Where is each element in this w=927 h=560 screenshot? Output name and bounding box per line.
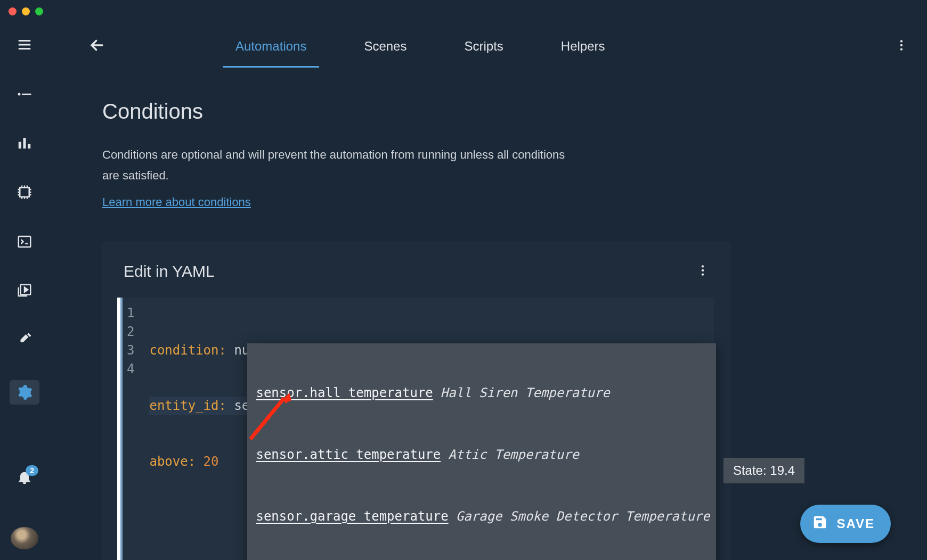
svg-point-13 [702,273,704,275]
sidebar-item-media[interactable] [14,282,35,299]
sidebar: 2 [0,23,49,560]
window-close-button[interactable] [9,7,17,15]
autocomplete-option[interactable]: sensor.attic_temperatureAttic Temperatur… [247,442,716,467]
line-number: 4 [127,360,134,378]
window-titlebar [0,0,927,23]
svg-rect-3 [23,138,26,149]
card-title: Edit in YAML [124,262,215,281]
sidebar-item-overview[interactable] [14,85,35,102]
svg-rect-1 [22,93,31,95]
card-overflow-menu[interactable] [696,263,710,279]
learn-more-link[interactable]: Learn more about conditions [102,195,251,209]
svg-rect-6 [19,236,31,247]
state-tooltip: State: 19.4 [723,458,804,483]
page-title: Conditions [102,100,863,123]
svg-rect-4 [28,144,30,149]
line-number: 1 [127,304,134,323]
notifications-badge: 2 [26,465,38,476]
notifications-button[interactable]: 2 [14,468,35,485]
editor-content[interactable]: condition: numeric_state entity_id: sens… [141,298,714,560]
svg-point-10 [900,48,902,50]
line-number: 3 [127,341,134,360]
autocomplete-option[interactable]: sensor.garage_temperatureGarage Smoke De… [247,504,716,529]
line-number: 2 [127,323,134,341]
tab-helpers[interactable]: Helpers [532,23,634,68]
topbar: Automations Scenes Scripts Helpers [49,23,927,68]
tab-scripts[interactable]: Scripts [435,23,532,68]
overflow-menu-button[interactable] [889,32,914,58]
conditions-description: Conditions are optional and will prevent… [102,145,582,186]
svg-point-9 [900,44,902,46]
svg-point-0 [18,93,21,95]
sidebar-item-settings[interactable] [10,380,39,404]
save-button[interactable]: SAVE [800,505,891,543]
menu-icon[interactable] [14,36,35,53]
sidebar-item-dev-tools[interactable] [14,331,35,348]
svg-point-12 [702,269,704,271]
yaml-editor[interactable]: 1 2 3 4 condition: numeric_state entity_… [117,298,714,560]
sidebar-item-terminal[interactable] [14,233,35,250]
svg-point-11 [702,265,704,267]
svg-rect-5 [20,187,29,197]
tab-automations[interactable]: Automations [207,23,335,68]
autocomplete-option[interactable]: sensor.hall_temperatureHall Siren Temper… [247,381,716,406]
sidebar-item-energy[interactable] [14,184,35,201]
yaml-editor-card: Edit in YAML 1 2 3 4 condition: [102,241,731,560]
editor-gutter: 1 2 3 4 [123,298,141,560]
autocomplete-popup: sensor.hall_temperatureHall Siren Temper… [247,343,716,560]
window-minimize-button[interactable] [22,7,30,15]
sidebar-item-logbook[interactable] [14,135,35,152]
window-maximize-button[interactable] [35,7,43,15]
config-tabs: Automations Scenes Scripts Helpers [207,23,634,68]
avatar[interactable] [11,527,38,549]
back-button[interactable] [83,31,111,59]
svg-point-8 [900,40,902,42]
svg-rect-2 [19,142,21,149]
tab-scenes[interactable]: Scenes [335,23,435,68]
save-icon [812,514,828,533]
